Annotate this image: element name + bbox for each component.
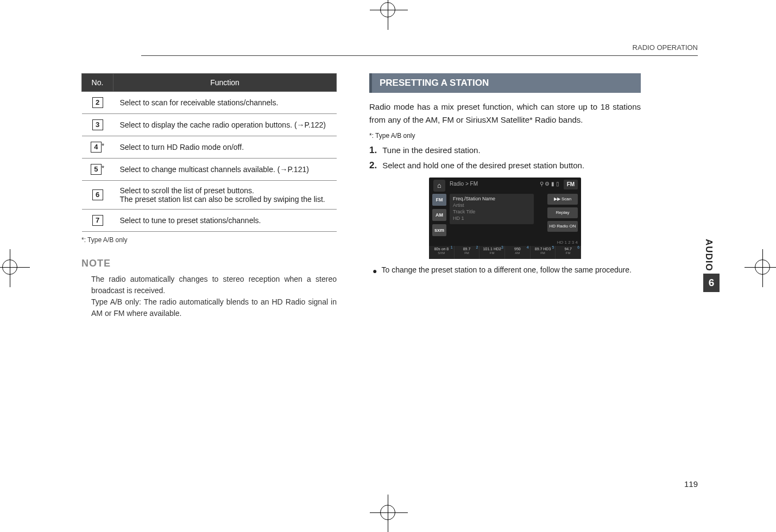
step-text: Tune in the desired station. xyxy=(382,145,480,155)
step-list: 1. Tune in the desired station. 2. Selec… xyxy=(369,145,641,171)
radio-screenshot: ⌂ Radio > FM ⚲ ⚙ ▮ ▯ FM FM AM sxm Freq./… xyxy=(429,178,581,259)
fn-text: Select to turn HD Radio mode on/off. xyxy=(113,136,337,159)
header-rule xyxy=(141,55,698,56)
callout-box-6: 6 xyxy=(92,189,103,200)
replay-button[interactable]: Replay xyxy=(547,207,578,218)
callout-box-4: 4 xyxy=(91,142,102,153)
intro-text: Radio mode has a mix preset function, wh… xyxy=(369,100,641,126)
preset-button[interactable]: 3 101.1 HD2 FM xyxy=(480,246,505,259)
step-2: 2. Select and hold one of the desired pr… xyxy=(369,160,641,171)
header-breadcrumb: RADIO OPERATION xyxy=(633,43,698,52)
footnote-left: *: Type A/B only xyxy=(81,236,337,244)
callout-box-2: 2 xyxy=(92,97,103,108)
th-no: No. xyxy=(82,74,113,92)
breadcrumb: Radio > FM xyxy=(450,181,478,187)
fn-text: Select to change multicast channels avai… xyxy=(113,159,337,181)
status-icons: ⚲ ⚙ ▮ ▯ xyxy=(540,181,559,187)
hd-radio-toggle[interactable]: HD Radio ON xyxy=(547,221,578,232)
preset-button[interactable]: 2 89.7 FM xyxy=(455,246,480,259)
crop-mark-right xyxy=(755,259,770,275)
crop-mark-left xyxy=(2,259,17,275)
page-number: 119 xyxy=(684,479,698,489)
preset-button[interactable]: 4 950 AM xyxy=(505,246,531,259)
artist-label: Artist xyxy=(453,202,531,208)
table-row: 2 Select to scan for receivable stations… xyxy=(82,92,337,114)
preset-button[interactable]: 6 94.7 FM xyxy=(556,246,581,259)
hd-multicast-indicator: HD 1 2 3 4 xyxy=(557,240,578,245)
right-buttons: ▶▶ Scan Replay HD Radio ON xyxy=(547,194,578,235)
callout-box-5: 5 xyxy=(91,164,102,175)
fn-text: Select to display the cache radio operat… xyxy=(113,114,337,136)
note-body: The radio automatically changes to stere… xyxy=(81,274,337,319)
table-row: 6 Select to scroll the list of preset bu… xyxy=(82,181,337,210)
table-row: 5* Select to change multicast channels a… xyxy=(82,159,337,181)
home-icon[interactable]: ⌂ xyxy=(433,180,445,192)
page-content: RADIO OPERATION No. Function 2 Select to… xyxy=(81,43,698,467)
preset-button[interactable]: 5 89.7 HD3 FM xyxy=(531,246,556,259)
tab-sxm[interactable]: sxm xyxy=(432,224,446,236)
left-column: No. Function 2 Select to scan for receiv… xyxy=(81,73,337,319)
step-text: Select and hold one of the desired prese… xyxy=(382,161,584,170)
crop-mark-top xyxy=(380,2,395,17)
source-badge[interactable]: FM xyxy=(564,180,578,189)
bullet-note: ● To change the preset station to a diff… xyxy=(369,265,641,277)
now-playing-panel: Freq./Station Name Artist Track Title HD… xyxy=(450,194,534,224)
fn-text: Select to scroll the list of preset butt… xyxy=(113,181,337,210)
preset-bar: 1 80s on 8 SXM 2 89.7 FM 3 101.1 HD2 FM xyxy=(429,246,581,259)
step-number: 1. xyxy=(369,145,377,156)
table-row: 4* Select to turn HD Radio mode on/off. xyxy=(82,136,337,159)
track-label: Track Title xyxy=(453,209,531,214)
th-function: Function xyxy=(113,74,337,92)
note-l1: The radio automatically changes to stere… xyxy=(91,274,337,296)
scan-button[interactable]: ▶▶ Scan xyxy=(547,194,578,205)
table-row: 3 Select to display the cache radio oper… xyxy=(82,114,337,136)
note-heading: NOTE xyxy=(81,258,337,269)
crop-mark-bottom xyxy=(380,505,395,520)
chapter-number: 6 xyxy=(703,274,720,292)
right-column: PRESETTING A STATION Radio mode has a mi… xyxy=(369,73,641,319)
table-row: 7 Select to tune to preset stations/chan… xyxy=(82,210,337,232)
footnote-right: *: Type A/B only xyxy=(369,132,641,140)
callout-box-3: 3 xyxy=(92,119,103,130)
function-table: No. Function 2 Select to scan for receiv… xyxy=(81,73,337,232)
source-tabs: FM AM sxm xyxy=(432,194,446,239)
station-name: Freq./Station Name xyxy=(453,196,531,201)
step-number: 2. xyxy=(369,160,377,171)
fn-text: Select to scan for receivable stations/c… xyxy=(113,92,337,114)
bullet-dot-icon: ● xyxy=(373,265,377,277)
hd-channel: HD 1 xyxy=(453,216,531,221)
note-l2: Type A/B only: The radio automatically b… xyxy=(91,296,337,319)
chapter-tab: AUDIO 6 xyxy=(703,239,720,292)
tab-fm[interactable]: FM xyxy=(432,194,446,206)
fn-text: Select to tune to preset stations/channe… xyxy=(113,210,337,232)
chapter-label: AUDIO xyxy=(703,239,714,271)
step-1: 1. Tune in the desired station. xyxy=(369,145,641,156)
preset-button[interactable]: 1 80s on 8 SXM xyxy=(429,246,455,259)
callout-box-7: 7 xyxy=(92,215,103,226)
section-heading: PRESETTING A STATION xyxy=(369,73,641,93)
tab-am[interactable]: AM xyxy=(432,209,446,221)
bullet-text: To change the preset station to a differ… xyxy=(381,265,631,274)
